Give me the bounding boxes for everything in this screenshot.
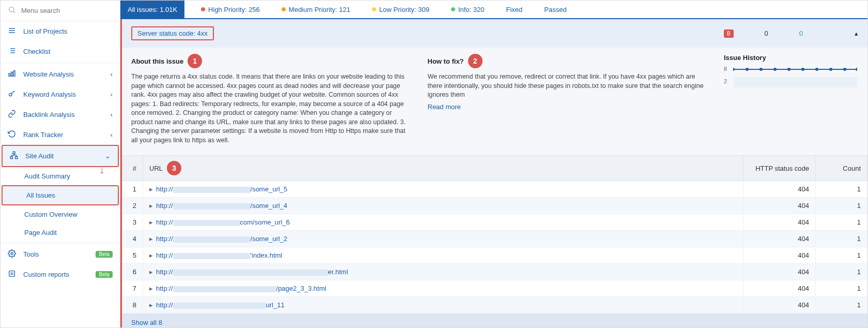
howto-column: How to fix? 2 We recommend that you remo… [428,54,709,145]
row-http: 404 [743,280,816,297]
col-http[interactable]: HTTP status code [743,156,816,181]
read-more-link[interactable]: Read more [428,103,461,111]
url-link[interactable]: http:// [156,251,173,259]
row-count: 1 [816,297,867,314]
svg-point-33 [773,68,777,71]
url-link-suffix[interactable]: er.html [328,268,348,276]
url-link-suffix[interactable]: url_11 [266,301,285,309]
tab-fixed[interactable]: Fixed [501,1,528,19]
key-icon [8,90,17,99]
sidebar-backlink-analysis[interactable]: Backlink Analysis ‹ [1,105,120,125]
sidebar-tools[interactable]: Tools Beta [1,244,120,264]
url-link-suffix[interactable]: /some_url_4 [251,202,288,210]
annotation-number-2: 2 [468,54,483,68]
expand-row-icon[interactable]: ▸ [149,251,153,259]
svg-point-38 [843,68,846,71]
sidebar-all-issues[interactable]: All Issues [3,186,118,204]
sidebar-checklist[interactable]: Checklist [1,41,120,62]
url-link[interactable]: http:// [156,301,173,309]
expand-row-icon[interactable]: ▸ [149,185,153,193]
url-link[interactable]: http:// [156,202,173,210]
sidebar-rank-tracker[interactable]: Rank Tracker ‹ [1,125,120,145]
tab-label: High Priority: 256 [208,6,260,13]
sidebar-list-of-projects[interactable]: List of Projects [1,21,120,41]
tab-low-priority[interactable]: Low Priority: 309 [367,1,435,19]
show-all-link[interactable]: Show all 8 [122,314,867,327]
sidebar-keyword-analysis[interactable]: Keyword Analysis ‹ [1,84,120,105]
url-link[interactable]: http:// [156,218,173,226]
url-link[interactable]: http:// [156,185,173,193]
about-heading: About this issue [131,57,183,65]
tab-label: Medium Priority: 121 [289,6,350,13]
row-url-cell: ▸http:///page2_3_3.html [143,280,743,297]
expand-row-icon[interactable]: ▸ [149,268,153,276]
search-icon [8,6,16,16]
url-link-suffix[interactable]: /page2_3_3.html [276,285,327,292]
sidebar-item-label: Page Audit [24,229,57,236]
sidebar-page-audit[interactable]: Page Audit [1,223,120,242]
tab-passed[interactable]: Passed [539,1,571,19]
url-link-suffix[interactable]: /some_url_5 [251,185,288,193]
tab-high-priority[interactable]: High Priority: 256 [196,1,265,19]
issue-title[interactable]: Server status code: 4xx [131,26,214,40]
col-num[interactable]: # [122,156,143,181]
dot-yellow-icon [372,7,376,11]
url-link[interactable]: http:// [156,268,173,276]
url-redacted [173,286,276,292]
chevron-left-icon: ‹ [111,70,113,78]
url-link-suffix[interactable]: com/some_url_6 [240,218,290,226]
url-link-suffix[interactable]: 'index.html [251,251,283,259]
row-http: 404 [743,231,816,247]
howto-heading: How to fix? [428,57,464,65]
table-row: 3▸http://com/some_url_64041 [122,214,867,231]
expand-row-icon[interactable]: ▸ [149,218,153,226]
row-url-cell: ▸http://'index.html [143,247,743,264]
tab-all-issues[interactable]: All issues: 1.01K [120,1,184,19]
sidebar-item-label: Backlink Analysis [23,111,75,118]
annotation-number-3: 3 [167,161,181,175]
tabs-bar: All issues: 1.01K High Priority: 256 Med… [120,1,867,19]
url-link-suffix[interactable]: /some_url_2 [251,235,288,243]
howto-text: We recommend that you remove, redirect o… [428,72,709,100]
expand-row-icon[interactable]: ▸ [149,301,153,309]
url-link[interactable]: http:// [156,235,173,243]
chevron-left-icon: ‹ [111,111,113,118]
row-num: 7 [122,280,143,297]
svg-rect-12 [11,72,13,76]
url-link[interactable]: http:// [156,285,173,292]
row-num: 8 [122,297,143,314]
sidebar-custom-overview[interactable]: Custom Overview [1,205,120,223]
svg-point-0 [9,7,14,12]
url-redacted [173,187,251,193]
menu-search-row [1,1,120,21]
col-count[interactable]: Count [816,156,867,181]
info-grid: About this issue 1 The page returns a 4x… [122,48,867,155]
url-redacted [173,303,266,309]
svg-rect-28 [733,77,857,87]
sidebar-custom-reports[interactable]: Custom reports Beta [1,264,120,285]
menu-search-input[interactable] [21,7,113,14]
table-row: 8▸http://url_114041 [122,297,867,314]
sidebar: List of Projects Checklist Website Analy… [1,1,120,327]
main-content: All issues: 1.01K High Priority: 256 Med… [120,1,867,327]
stat-zero: 0 [765,29,768,37]
expand-row-icon[interactable]: ▸ [149,285,153,292]
collapse-caret-icon[interactable]: ▴ [855,29,858,37]
expand-row-icon[interactable]: ▸ [149,235,153,243]
svg-line-1 [13,11,15,13]
row-count: 1 [816,231,867,247]
tab-info[interactable]: Info: 320 [446,1,490,19]
col-url[interactable]: URL 3 [143,156,743,181]
row-count: 1 [816,181,867,198]
sidebar-site-audit[interactable]: Site Audit ⌄ [3,146,118,166]
sidebar-website-analysis[interactable]: Website Analysis ‹ [1,64,120,84]
tab-medium-priority[interactable]: Medium Priority: 121 [276,1,355,19]
sidebar-item-label: Audit Summary [24,172,70,180]
svg-point-14 [9,93,12,96]
issues-table: # URL 3 HTTP status code Count 1▸http://… [122,155,867,314]
row-http: 404 [743,181,816,198]
sidebar-audit-summary[interactable]: Audit Summary ↓ [1,167,120,185]
beta-badge: Beta [96,271,113,278]
expand-row-icon[interactable]: ▸ [149,202,153,210]
url-redacted [173,253,251,259]
